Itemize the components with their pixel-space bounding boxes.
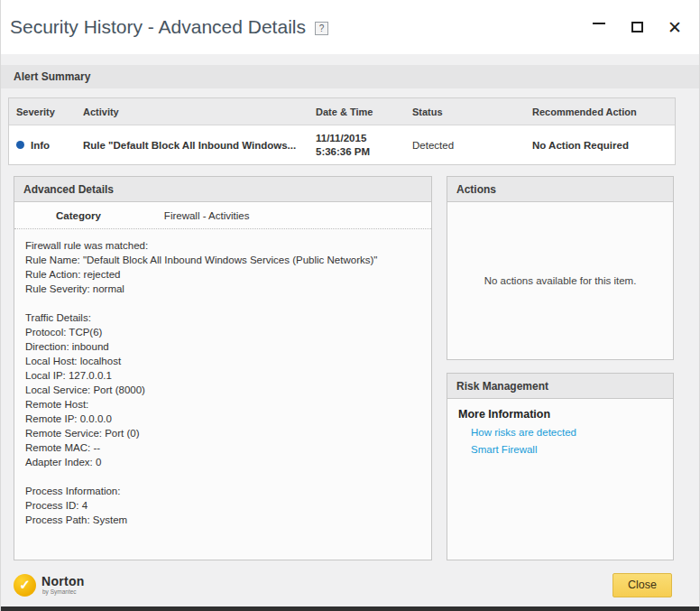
actions-empty-message: No actions available for this item.	[447, 202, 673, 359]
info-severity-dot-icon	[16, 141, 24, 149]
table-header-row: Severity Activity Date & Time Status Rec…	[9, 98, 675, 125]
risk-management-header: Risk Management	[447, 374, 673, 399]
column-header-date-time: Date & Time	[309, 106, 405, 117]
actions-header: Actions	[447, 177, 673, 202]
bottom-window-edge	[1, 606, 699, 611]
close-window-button[interactable]: ✕	[665, 17, 685, 37]
minimize-button[interactable]	[589, 17, 609, 37]
recommended-action-cell: No Action Required	[525, 140, 675, 151]
category-value: Firewall - Activities	[164, 210, 250, 221]
advanced-details-panel: Advanced Details Category Firewall - Act…	[14, 176, 432, 560]
link-smart-firewall[interactable]: Smart Firewall	[471, 444, 662, 455]
norton-logo: ✓ Norton by Symantec	[14, 574, 85, 597]
window-title: Security History - Advanced Details	[10, 16, 306, 38]
close-icon: ✕	[668, 19, 682, 36]
footer: ✓ Norton by Symantec Close	[1, 569, 699, 601]
actions-panel: Actions No actions available for this it…	[447, 176, 674, 360]
brand-name: Norton	[41, 575, 85, 588]
minimize-icon	[593, 23, 605, 24]
time-value: 5:36:36 PM	[316, 145, 405, 159]
help-icon[interactable]: ?	[315, 22, 328, 35]
column-header-severity: Severity	[9, 106, 76, 117]
date-time-cell: 11/11/2015 5:36:36 PM	[309, 132, 405, 159]
more-information-label: More Information	[458, 408, 662, 421]
maximize-icon	[631, 22, 643, 32]
right-column: Actions No actions available for this it…	[447, 176, 674, 560]
risk-management-body: More Information How risks are detected …	[447, 399, 673, 464]
norton-wordmark: Norton by Symantec	[41, 575, 85, 596]
severity-value: Info	[31, 140, 50, 151]
brand-subtitle: by Symantec	[42, 589, 85, 596]
firewall-details-text: Firewall rule was matched: Rule Name: "D…	[14, 229, 431, 560]
close-button[interactable]: Close	[612, 573, 672, 597]
severity-cell: Info	[9, 140, 76, 151]
column-header-activity: Activity	[76, 106, 309, 117]
alert-summary-header: Alert Summary	[1, 65, 699, 88]
title-bar: Security History - Advanced Details ? ✕	[1, 0, 699, 54]
security-history-window: Security History - Advanced Details ? ✕ …	[0, 0, 700, 611]
table-row[interactable]: Info Rule "Default Block All Inbound Win…	[9, 125, 675, 164]
status-cell: Detected	[405, 140, 525, 151]
risk-management-panel: Risk Management More Information How ris…	[447, 373, 674, 560]
window-controls: ✕	[589, 17, 685, 37]
category-label: Category	[56, 210, 101, 221]
norton-checkmark-icon: ✓	[14, 574, 36, 597]
category-row: Category Firewall - Activities	[14, 202, 431, 229]
date-value: 11/11/2015	[316, 132, 405, 145]
advanced-details-header: Advanced Details	[14, 177, 431, 202]
column-header-status: Status	[405, 106, 525, 117]
column-header-recommended-action: Recommended Action	[525, 106, 675, 117]
maximize-button[interactable]	[627, 17, 647, 37]
alert-summary-table: Severity Activity Date & Time Status Rec…	[8, 97, 676, 165]
activity-cell: Rule "Default Block All Inbound Windows.…	[76, 140, 309, 151]
panels-area: Advanced Details Category Firewall - Act…	[14, 176, 674, 560]
dialog-body: Alert Summary Severity Activity Date & T…	[1, 54, 699, 606]
link-how-risks-are-detected[interactable]: How risks are detected	[471, 427, 662, 438]
